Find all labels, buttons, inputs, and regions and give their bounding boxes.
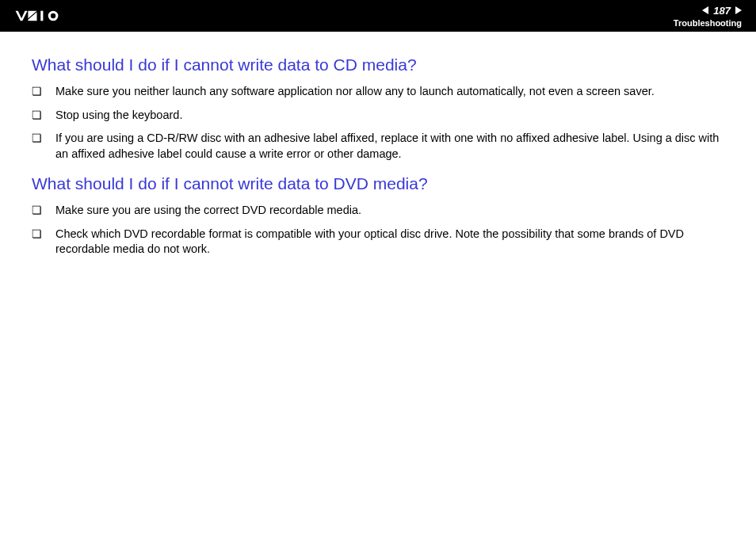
bullet-text: Make sure you are using the correct DVD …	[55, 203, 724, 219]
header-bar: 187 Troubleshooting	[0, 0, 756, 32]
bullet-text: Stop using the keyboard.	[55, 108, 724, 124]
square-bullet-icon: ❏	[32, 84, 55, 99]
page-nav: 187	[702, 5, 742, 17]
square-bullet-icon: ❏	[32, 227, 55, 242]
list-item: ❏ Check which DVD recordable format is c…	[32, 227, 724, 257]
bullet-text: Make sure you neither launch any softwar…	[55, 84, 724, 100]
bullet-list-cd: ❏ Make sure you neither launch any softw…	[32, 84, 724, 162]
prev-page-icon[interactable]	[702, 6, 708, 14]
vaio-logo	[14, 9, 90, 23]
page-number: 187	[712, 5, 732, 17]
bullet-text: Check which DVD recordable format is com…	[55, 227, 724, 257]
content-area: What should I do if I cannot write data …	[0, 32, 756, 299]
section-name: Troubleshooting	[674, 18, 742, 28]
square-bullet-icon: ❏	[32, 131, 55, 146]
list-item: ❏ If you are using a CD-R/RW disc with a…	[32, 131, 724, 162]
list-item: ❏ Stop using the keyboard.	[32, 108, 724, 124]
square-bullet-icon: ❏	[32, 203, 55, 218]
list-item: ❏ Make sure you are using the correct DV…	[32, 203, 724, 219]
square-bullet-icon: ❏	[32, 108, 55, 123]
header-right: 187 Troubleshooting	[674, 5, 742, 28]
faq-heading-cd: What should I do if I cannot write data …	[32, 55, 724, 74]
bullet-list-dvd: ❏ Make sure you are using the correct DV…	[32, 203, 724, 257]
svg-rect-0	[40, 11, 43, 21]
list-item: ❏ Make sure you neither launch any softw…	[32, 84, 724, 100]
next-page-icon[interactable]	[735, 6, 742, 14]
faq-heading-dvd: What should I do if I cannot write data …	[32, 174, 724, 193]
bullet-text: If you are using a CD-R/RW disc with an …	[55, 131, 724, 162]
